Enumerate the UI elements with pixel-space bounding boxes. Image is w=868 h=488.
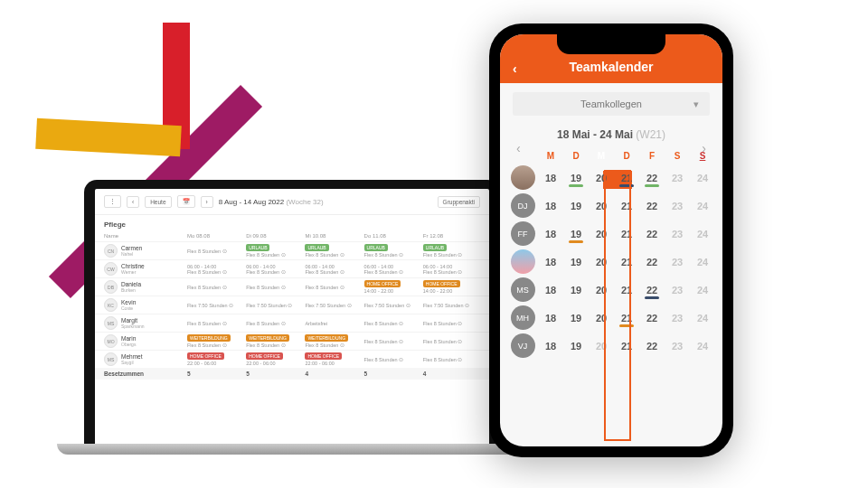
calendar-cell[interactable]: 24: [690, 192, 715, 220]
calendar-cell[interactable]: 23: [665, 332, 690, 360]
calendar-cell[interactable]: 19: [563, 248, 589, 276]
today-button[interactable]: Heute: [145, 196, 171, 208]
calendar-cell[interactable]: 22: [639, 276, 665, 304]
prev-button[interactable]: ‹: [127, 196, 139, 208]
calendar-cell[interactable]: 22: [639, 248, 665, 276]
schedule-cell[interactable]: Flex 8 Stunden ⊙: [364, 321, 421, 326]
schedule-cell[interactable]: HOME OFFICE22:00 - 06:00: [246, 352, 303, 366]
calendar-cell[interactable]: 19: [563, 164, 589, 192]
schedule-cell[interactable]: WEITERBILDUNGFlex 8 Stunden ⊙: [246, 334, 303, 348]
calendar-cell[interactable]: 21: [614, 192, 639, 220]
calendar-cell[interactable]: 23: [665, 192, 690, 220]
calendar-cell[interactable]: 21: [614, 220, 639, 248]
calendar-cell[interactable]: 24: [690, 276, 715, 304]
schedule-cell[interactable]: 06:00 - 14:00Flex 8 Stunden ⊙: [246, 264, 303, 275]
group-actions-button[interactable]: Gruppenakti: [438, 196, 480, 208]
schedule-cell[interactable]: Flex 8 Stunden ⊙: [423, 339, 480, 344]
schedule-cell[interactable]: 06:00 - 14:00Flex 8 Stunden ⊙: [364, 264, 421, 275]
calendar-cell[interactable]: 24: [690, 304, 715, 332]
calendar-cell[interactable]: 21: [614, 332, 639, 360]
calendar-cell[interactable]: 20: [589, 248, 614, 276]
schedule-cell[interactable]: HOME OFFICE14:00 - 22:00: [423, 280, 480, 294]
calendar-cell[interactable]: 19: [563, 304, 589, 332]
calendar-cell[interactable]: 22: [639, 220, 665, 248]
calendar-cell[interactable]: 24: [690, 332, 715, 360]
schedule-cell[interactable]: Flex 7:50 Stunden ⊙: [423, 303, 480, 308]
calendar-cell[interactable]: 20: [589, 192, 614, 220]
team-avatar[interactable]: [511, 249, 535, 274]
filter-icon[interactable]: ⋮: [104, 195, 121, 208]
team-avatar[interactable]: DJ: [511, 193, 535, 218]
calendar-cell[interactable]: 20: [589, 220, 614, 248]
schedule-cell[interactable]: WEITERBILDUNGFlex 8 Stunden ⊙: [187, 334, 244, 348]
calendar-cell[interactable]: 24: [690, 164, 715, 192]
calendar-cell[interactable]: 21: [614, 248, 639, 276]
calendar-cell[interactable]: 23: [665, 220, 690, 248]
calendar-cell[interactable]: 21: [614, 276, 639, 304]
schedule-cell[interactable]: URLAUBFlex 8 Stunden ⊙: [246, 244, 303, 258]
schedule-cell[interactable]: Flex 7:50 Stunden ⊙: [246, 303, 303, 308]
schedule-cell[interactable]: Arbeitsfrei: [305, 321, 362, 326]
calendar-cell[interactable]: 23: [665, 276, 690, 304]
calendar-cell[interactable]: 23: [665, 164, 690, 192]
schedule-cell[interactable]: 06:00 - 14:00Flex 8 Stunden ⊙: [423, 264, 480, 275]
calendar-cell[interactable]: 21: [614, 304, 639, 332]
calendar-cell[interactable]: 18: [538, 248, 563, 276]
schedule-cell[interactable]: Flex 8 Stunden ⊙: [187, 321, 244, 326]
team-dropdown[interactable]: Teamkollegen: [513, 92, 710, 116]
schedule-cell[interactable]: URLAUBFlex 8 Stunden ⊙: [364, 244, 421, 258]
team-avatar[interactable]: [511, 165, 535, 190]
calendar-cell[interactable]: 22: [639, 164, 665, 192]
calendar-cell[interactable]: 22: [639, 332, 665, 360]
calendar-cell[interactable]: 18: [538, 332, 563, 360]
calendar-cell[interactable]: 19: [563, 276, 589, 304]
calendar-cell[interactable]: 20: [589, 332, 614, 360]
calendar-cell[interactable]: 24: [690, 248, 715, 276]
schedule-cell[interactable]: Flex 7:50 Stunden ⊙: [305, 303, 362, 308]
schedule-cell[interactable]: HOME OFFICE22:00 - 06:00: [305, 352, 362, 366]
team-avatar[interactable]: FF: [511, 221, 535, 246]
calendar-cell[interactable]: 18: [538, 220, 563, 248]
calendar-cell[interactable]: 20: [589, 164, 614, 192]
schedule-cell[interactable]: URLAUBFlex 8 Stunden ⊙: [305, 244, 362, 258]
calendar-cell[interactable]: 19: [563, 220, 589, 248]
calendar-cell[interactable]: 23: [665, 248, 690, 276]
calendar-cell[interactable]: 23: [665, 304, 690, 332]
calendar-cell[interactable]: 24: [690, 220, 715, 248]
team-avatar[interactable]: VJ: [511, 333, 535, 358]
calendar-icon[interactable]: 📅: [177, 195, 195, 208]
schedule-cell[interactable]: Flex 8 Stunden ⊙: [187, 285, 244, 290]
calendar-cell[interactable]: 20: [589, 304, 614, 332]
schedule-cell[interactable]: Flex 8 Stunden ⊙: [364, 357, 421, 362]
schedule-cell[interactable]: URLAUBFlex 8 Stunden ⊙: [423, 244, 480, 258]
avatar: DB: [104, 280, 118, 294]
next-button[interactable]: ›: [201, 196, 213, 208]
schedule-cell[interactable]: Flex 7:50 Stunden ⊙: [364, 303, 421, 308]
schedule-cell[interactable]: Flex 7:50 Stunden ⊙: [187, 303, 244, 308]
schedule-cell[interactable]: Flex 8 Stunden ⊙: [246, 285, 303, 290]
calendar-cell[interactable]: 18: [538, 164, 563, 192]
schedule-cell[interactable]: Flex 8 Stunden ⊙: [305, 285, 362, 290]
calendar-cell[interactable]: 18: [538, 192, 563, 220]
schedule-cell[interactable]: WEITERBILDUNGFlex 8 Stunden ⊙: [305, 334, 362, 348]
team-avatar[interactable]: MS: [511, 277, 535, 302]
schedule-cell[interactable]: Flex 8 Stunden ⊙: [187, 249, 244, 254]
calendar-cell[interactable]: 19: [563, 332, 589, 360]
schedule-cell[interactable]: 06:00 - 14:00Flex 8 Stunden ⊙: [305, 264, 362, 275]
calendar-cell[interactable]: 18: [538, 304, 563, 332]
schedule-cell[interactable]: HOME OFFICE22:00 - 06:00: [187, 352, 244, 366]
calendar-cell[interactable]: 18: [538, 276, 563, 304]
calendar-cell[interactable]: 20: [589, 276, 614, 304]
schedule-cell[interactable]: Flex 8 Stunden ⊙: [423, 357, 480, 362]
team-avatar[interactable]: MH: [511, 305, 535, 330]
calendar-cell[interactable]: 22: [639, 304, 665, 332]
calendar-cell[interactable]: 19: [563, 192, 589, 220]
schedule-cell[interactable]: Flex 8 Stunden ⊙: [246, 321, 303, 326]
back-icon[interactable]: ‹: [513, 61, 517, 76]
schedule-cell[interactable]: HOME OFFICE14:00 - 22:00: [364, 280, 421, 294]
calendar-cell[interactable]: 22: [639, 192, 665, 220]
schedule-cell[interactable]: Flex 8 Stunden ⊙: [423, 321, 480, 326]
schedule-cell[interactable]: 06:00 - 14:00Flex 8 Stunden ⊙: [187, 264, 244, 275]
schedule-cell[interactable]: Flex 8 Stunden ⊙: [364, 339, 421, 344]
calendar-cell[interactable]: 21: [614, 164, 639, 192]
